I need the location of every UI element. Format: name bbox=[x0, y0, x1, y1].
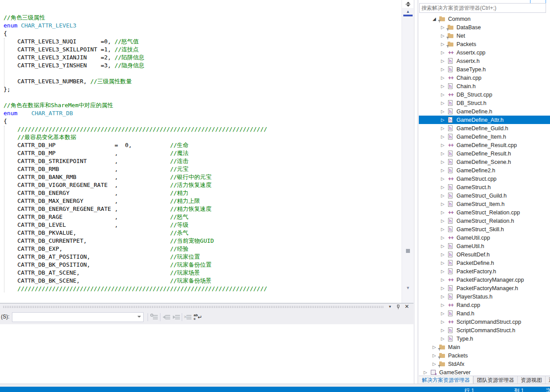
tree-item[interactable]: ▷++Assertx.cpp bbox=[419, 48, 550, 57]
tree-item[interactable]: ▷GameDefine.h bbox=[419, 107, 550, 116]
tree-item[interactable]: ▷Type.h bbox=[419, 334, 550, 343]
tree-item[interactable]: ▷GameDefine2.h bbox=[419, 166, 550, 175]
expand-arrow-icon[interactable]: ▷ bbox=[441, 116, 447, 124]
search-input[interactable] bbox=[419, 3, 546, 13]
expand-arrow-icon[interactable]: ▷ bbox=[441, 99, 447, 107]
expand-arrow-icon[interactable]: ▷ bbox=[441, 259, 447, 267]
expand-arrow-icon[interactable]: ▷ bbox=[441, 242, 447, 250]
tree-item[interactable]: ▷GameStruct.h bbox=[419, 183, 550, 191]
tree-item[interactable]: ▷++Rand.cpp bbox=[419, 301, 550, 309]
pin-icon[interactable] bbox=[395, 304, 402, 310]
drag-handle-icon[interactable] bbox=[3, 306, 384, 309]
expand-arrow-icon[interactable]: ▷ bbox=[441, 326, 447, 334]
tree-item[interactable]: ▷++GameStruct_Relation.cpp bbox=[419, 208, 550, 217]
scrollbar-thumb[interactable] bbox=[406, 249, 410, 253]
tree-item[interactable]: ▷GameDefine_Item.h bbox=[419, 132, 550, 141]
expand-arrow-icon[interactable]: ▷ bbox=[441, 284, 447, 292]
expand-arrow-icon[interactable]: ▷ bbox=[441, 301, 447, 309]
expand-arrow-icon[interactable]: ▷ bbox=[441, 309, 447, 318]
expand-arrow-icon[interactable]: ▷ bbox=[424, 368, 430, 376]
previous-message-icon[interactable] bbox=[162, 313, 171, 322]
tree-item[interactable]: ▷Net bbox=[419, 31, 550, 40]
expand-arrow-icon[interactable]: ▷ bbox=[441, 31, 447, 40]
tree-item[interactable]: ▷GameDefine_Scene.h bbox=[419, 158, 550, 166]
expand-arrow-icon[interactable]: ▷ bbox=[441, 208, 447, 217]
tool-window-tab[interactable]: 解决方案资源管理器 bbox=[419, 376, 473, 384]
scroll-down-arrow-icon[interactable]: ▼ bbox=[402, 285, 414, 291]
expand-arrow-icon[interactable]: ▷ bbox=[441, 149, 447, 158]
expand-arrow-icon[interactable]: ▷ bbox=[441, 225, 447, 233]
tree-item[interactable]: ▷DataBase bbox=[419, 23, 550, 31]
tree-item[interactable]: ▷GameStruct_Guild.h bbox=[419, 191, 550, 200]
expand-arrow-icon[interactable]: ▷ bbox=[441, 276, 447, 284]
tree-item[interactable]: ▷GameDefine_Guild.h bbox=[419, 124, 550, 132]
tree-item[interactable]: ▷OResultDef.h bbox=[419, 250, 550, 259]
expand-arrow-icon[interactable]: ▷ bbox=[433, 351, 439, 360]
expand-arrow-icon[interactable]: ▷ bbox=[441, 250, 447, 259]
splitter-grip-icon[interactable] bbox=[402, 0, 414, 8]
tree-item[interactable]: ▷ScriptCommandStruct.h bbox=[419, 326, 550, 334]
expand-arrow-icon[interactable]: ▷ bbox=[441, 166, 447, 175]
tree-item[interactable]: ▷++ScriptCommandStruct.cpp bbox=[419, 318, 550, 326]
expand-arrow-icon[interactable]: ▷ bbox=[441, 158, 447, 166]
tree-item[interactable]: ▷++Chain.cpp bbox=[419, 74, 550, 82]
tree-item[interactable]: ▷PlayerStatus.h bbox=[419, 292, 550, 301]
expand-arrow-icon[interactable]: ▷ bbox=[441, 191, 447, 200]
expand-arrow-icon[interactable]: ▷ bbox=[441, 40, 447, 48]
tree-item[interactable]: ▷++DB_Struct.cpp bbox=[419, 90, 550, 99]
tree-item[interactable]: ▷GameDefine_Result.h bbox=[419, 149, 550, 158]
tree-item[interactable]: ◢Common bbox=[419, 15, 550, 23]
tool-window-tab[interactable]: 团队资源管理器 bbox=[473, 376, 517, 384]
tree-item[interactable]: ▷GameDefine_Attr.h bbox=[419, 116, 550, 124]
tree-item[interactable]: ▷GameStruct_Skill.h bbox=[419, 225, 550, 233]
tree-item[interactable]: ▷GameServer bbox=[419, 368, 550, 376]
expand-arrow-icon[interactable]: ▷ bbox=[441, 132, 447, 141]
tool-window-tab[interactable]: 资源视图 bbox=[517, 376, 545, 384]
tree-item[interactable]: ▷Rand.h bbox=[419, 309, 550, 318]
tree-item[interactable]: ▷PacketFactory.h bbox=[419, 267, 550, 276]
tree-item[interactable]: ▷PacketFactoryManager.h bbox=[419, 284, 550, 292]
tree-item[interactable]: ▷++GameDefine_Result.cpp bbox=[419, 141, 550, 149]
tree-item[interactable]: ▷GameStruct_Item.h bbox=[419, 200, 550, 208]
expand-arrow-icon[interactable]: ▷ bbox=[433, 360, 439, 368]
tree-item[interactable]: ▷Main bbox=[419, 343, 550, 351]
expand-arrow-icon[interactable]: ▷ bbox=[441, 74, 447, 82]
next-message-icon[interactable] bbox=[172, 313, 181, 322]
tree-item[interactable]: ▷GameStruct_Relation.h bbox=[419, 217, 550, 225]
tree-item[interactable]: ▷GameUtil.h bbox=[419, 242, 550, 250]
expand-arrow-icon[interactable]: ▷ bbox=[441, 233, 447, 242]
expand-arrow-icon[interactable]: ▷ bbox=[441, 107, 447, 116]
expand-arrow-icon[interactable]: ▷ bbox=[441, 124, 447, 132]
expand-arrow-icon[interactable]: ▷ bbox=[441, 57, 447, 65]
expand-arrow-icon[interactable]: ▷ bbox=[441, 200, 447, 208]
code-editor[interactable]: //角色三级属性enum CHAR_ATTR_LEVEL3{ CATTR_LEV… bbox=[0, 0, 402, 303]
expand-arrow-icon[interactable]: ▷ bbox=[433, 343, 439, 351]
expand-arrow-icon[interactable]: ▷ bbox=[441, 141, 447, 149]
expand-arrow-icon[interactable]: ▷ bbox=[441, 183, 447, 191]
tree-item[interactable]: ▷DB_Struct.h bbox=[419, 99, 550, 107]
collapse-arrow-icon[interactable]: ◢ bbox=[433, 15, 439, 23]
tool-window-tab[interactable]: 通知 bbox=[545, 376, 550, 384]
expand-arrow-icon[interactable]: ▷ bbox=[441, 318, 447, 326]
expand-arrow-icon[interactable]: ▷ bbox=[441, 48, 447, 57]
output-panel-header[interactable]: ▼ ✕ bbox=[0, 303, 413, 310]
expand-arrow-icon[interactable]: ▷ bbox=[441, 65, 447, 74]
editor-vertical-scrollbar[interactable]: ▲ ▼ bbox=[402, 0, 414, 303]
expand-arrow-icon[interactable]: ▷ bbox=[441, 175, 447, 183]
output-source-combobox[interactable] bbox=[12, 312, 144, 322]
find-message-icon[interactable] bbox=[150, 313, 159, 322]
toggle-word-wrap-icon[interactable]: abc↵ bbox=[193, 313, 202, 322]
tree-item[interactable]: ▷Assertx.h bbox=[419, 57, 550, 65]
expand-arrow-icon[interactable]: ▷ bbox=[441, 267, 447, 276]
tree-item[interactable]: ▷StdAfx bbox=[419, 360, 550, 368]
tree-item[interactable]: ▷++PacketFactoryManager.cpp bbox=[419, 276, 550, 284]
tree-item[interactable]: ▷++GameStruct.cpp bbox=[419, 175, 550, 183]
tree-item[interactable]: ▷++GameUtil.cpp bbox=[419, 233, 550, 242]
tree-item[interactable]: ▷Packets bbox=[419, 351, 550, 360]
expand-arrow-icon[interactable]: ▷ bbox=[441, 217, 447, 225]
expand-arrow-icon[interactable]: ▷ bbox=[441, 292, 447, 301]
tree-item[interactable]: ▷PacketDefine.h bbox=[419, 259, 550, 267]
expand-arrow-icon[interactable]: ▷ bbox=[441, 334, 447, 343]
scroll-up-arrow-icon[interactable]: ▲ bbox=[402, 9, 414, 14]
tree-item[interactable]: ▷BaseType.h bbox=[419, 65, 550, 74]
